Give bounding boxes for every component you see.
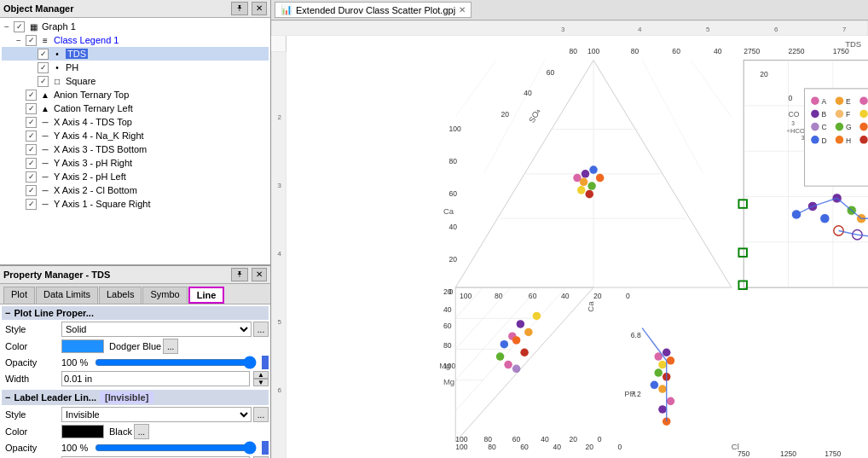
tree-item-yaxis3[interactable]: ─ Y Axis 3 - pH Right [2,156,269,170]
object-tree[interactable]: − ▦ Graph 1 − ≡ Class Legend 1 [0,18,270,264]
check-square[interactable] [38,76,49,87]
chart-tab[interactable]: 📊 Extended Durov Class Scatter Plot.gpj … [275,2,472,18]
chart-tab-close[interactable]: ✕ [459,5,466,14]
icon-graph1: ▦ [26,20,40,32]
check-xaxis3[interactable] [26,144,37,155]
opacity-slider[interactable] [95,357,257,368]
chart-panel: 📊 Extended Durov Class Scatter Plot.gpj … [271,0,868,458]
leader-style-dots[interactable]: ... [253,407,269,422]
color-dots-btn[interactable]: ... [163,339,178,354]
svg-text:40: 40 [553,443,561,451]
svg-text:6: 6 [774,26,778,33]
svg-rect-12 [293,36,861,458]
plot-line-section-header: − Plot Line Proper... [2,306,269,320]
svg-point-140 [580,178,588,187]
tree-item-yaxis1[interactable]: ─ Y Axis 1 - Square Right [2,197,269,211]
color-swatch[interactable] [61,339,104,353]
leader-style-value-container: Invisible ... [61,407,269,422]
width-down[interactable]: ▼ [253,379,269,386]
label-legend1: Class Legend 1 [54,35,119,45]
expand-legend1[interactable]: − [14,36,24,45]
check-legend1[interactable] [26,35,37,46]
object-manager: Object Manager 🖈 ✕ − ▦ Graph 1 − [0,0,270,266]
check-cation[interactable] [26,103,37,114]
leader-opacity-slider[interactable] [95,442,257,454]
svg-point-159 [654,368,663,377]
style-value-container: Solid ... [61,322,269,337]
tree-item-tds[interactable]: • TDS [2,47,269,61]
check-anion[interactable] [26,90,37,101]
check-tds[interactable] [38,49,49,60]
svg-point-153 [504,361,512,369]
check-xaxis4[interactable] [26,117,37,128]
svg-text:0: 0 [618,443,622,451]
svg-text:80: 80 [484,435,493,444]
tree-item-yaxis2[interactable]: ─ Y Axis 2 - pH Left [2,170,269,183]
object-manager-close[interactable]: ✕ [252,2,267,15]
svg-text:1750: 1750 [825,449,841,458]
property-content: − Plot Line Proper... Style Solid ... Co [0,304,270,458]
svg-point-156 [663,348,671,357]
svg-text:20: 20 [501,110,510,119]
tree-item-anion[interactable]: ▲ Anion Ternary Top [2,88,269,101]
check-yaxis4[interactable] [26,130,37,142]
property-manager-close[interactable]: ✕ [252,268,267,281]
svg-point-115 [836,96,844,105]
leader-color-dots[interactable]: ... [134,424,149,439]
tree-item-legend1[interactable]: − ≡ Class Legend 1 [2,33,269,47]
svg-point-148 [524,328,533,337]
object-manager-pin[interactable]: 🖈 [231,2,248,15]
tab-data-limits[interactable]: Data Limits [36,287,98,304]
leader-color-row: Color Black ... [2,424,269,439]
check-yaxis3[interactable] [26,158,37,169]
tree-item-graph1[interactable]: − ▦ Graph 1 [2,20,269,33]
expand-graph1[interactable]: − [2,22,12,32]
leader-color-value: Black [109,426,132,437]
width-up[interactable]: ▲ [253,371,269,379]
tree-item-xaxis2[interactable]: ─ X Axis 2 - Cl Bottom [2,183,269,197]
leader-style-select[interactable]: Invisible [61,407,252,422]
leader-color-swatch[interactable] [61,425,104,438]
tree-item-cation[interactable]: ▲ Cation Ternary Left [2,101,269,115]
collapse-plot-line[interactable]: − [5,308,10,318]
label-square: Square [66,76,95,86]
chart-container: 3 4 5 6 7 2 3 4 5 6 [271,20,868,458]
icon-yaxis3: ─ [38,157,52,169]
property-manager-header: Property Manager - TDS 🖈 ✕ [0,266,270,284]
check-graph1[interactable] [14,21,25,32]
tab-symbo[interactable]: Symbo [142,287,187,304]
svg-text:750: 750 [738,449,750,458]
style-select[interactable]: Solid [61,322,252,337]
width-input[interactable] [61,371,250,386]
tree-item-xaxis4[interactable]: ─ X Axis 4 - TDS Top [2,115,269,129]
icon-xaxis4: ─ [38,116,52,128]
tree-item-ph[interactable]: • PH [2,61,269,74]
tree-item-xaxis3[interactable]: ─ X Axis 3 - TDS Bottom [2,142,269,156]
plot-line-title: Plot Line Proper... [14,308,94,318]
collapse-label-leader[interactable]: − [5,392,10,403]
label-ph: PH [66,62,78,72]
tab-line[interactable]: Line [188,287,225,304]
style-dots-btn[interactable]: ... [253,322,269,337]
tab-labels[interactable]: Labels [99,287,142,304]
leader-opacity-value: 100 % [61,443,91,453]
tree-item-square[interactable]: □ Square [2,74,269,88]
tree-item-yaxis4[interactable]: ─ Y Axis 4 - Na_K Right [2,129,269,142]
svg-text:6.8: 6.8 [631,331,641,339]
property-manager-pin[interactable]: 🖈 [231,268,248,281]
icon-yaxis1: ─ [38,198,52,210]
svg-text:80: 80 [449,157,458,165]
check-yaxis2[interactable] [26,171,37,183]
svg-text:2250: 2250 [789,47,805,55]
check-yaxis1[interactable] [26,199,37,210]
tab-plot[interactable]: Plot [3,287,35,304]
color-row: Color Dodger Blue ... [2,339,269,354]
chart-svg-container: 100 80 60 40 20 0 80 60 40 20 SO₄ CO 3 [286,36,868,458]
icon-yaxis2: ─ [38,171,52,183]
svg-text:40: 40 [561,292,570,300]
icon-yaxis4: ─ [38,130,52,142]
svg-text:20: 20 [586,443,594,451]
svg-text:60: 60 [449,189,458,198]
check-xaxis2[interactable] [26,185,37,196]
check-ph[interactable] [38,62,49,73]
